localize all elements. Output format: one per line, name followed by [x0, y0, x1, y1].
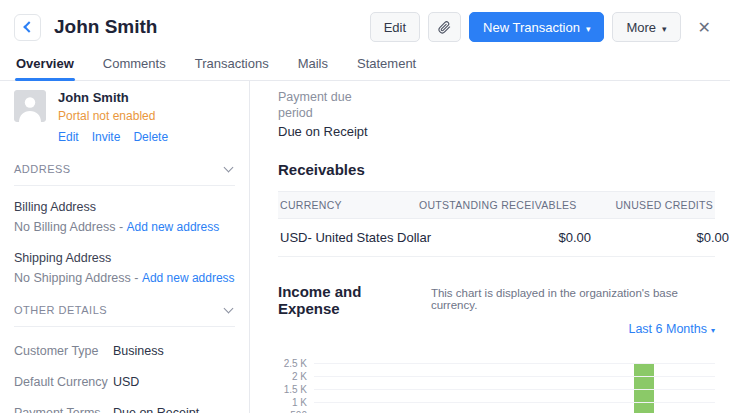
income-expense-title: Income and Expense — [278, 283, 421, 317]
currency-cell: USD- United States Dollar — [278, 219, 433, 256]
gridline — [314, 376, 715, 377]
period-selector[interactable]: Last 6 Months — [628, 322, 715, 336]
customer-sidebar: John Smith Portal not enabled Edit Invit… — [0, 81, 250, 413]
shipping-empty-text: No Shipping Address - — [14, 271, 138, 285]
table-row: USD- United States Dollar $0.00 $0.00 — [278, 219, 715, 257]
chart-y-axis: 05001 K1.5 K2 K2.5 K — [278, 345, 314, 413]
y-tick-label: 2 K — [292, 371, 307, 382]
payment-terms-row: Payment Terms Due on Receipt — [14, 406, 235, 413]
tab-statement[interactable]: Statement — [356, 51, 417, 80]
delete-link[interactable]: Delete — [133, 130, 168, 144]
more-label: More — [626, 20, 656, 35]
payment-due-period-value: Due on Receipt — [278, 124, 715, 139]
back-button[interactable] — [14, 14, 41, 41]
gridline — [314, 389, 715, 390]
new-transaction-button[interactable]: New Transaction — [469, 12, 604, 42]
column-header-outstanding: OUTSTANDING RECEIVABLES — [417, 192, 577, 218]
close-button[interactable] — [693, 16, 716, 39]
other-details-section-title: OTHER DETAILS — [14, 304, 107, 316]
address-section-title: ADDRESS — [14, 163, 71, 175]
more-button[interactable]: More — [612, 12, 680, 42]
detail-value: USD — [113, 375, 139, 389]
page-header: John Smith Edit New Transaction More — [0, 0, 730, 51]
tab-overview[interactable]: Overview — [15, 51, 75, 80]
tab-transactions[interactable]: Transactions — [194, 51, 270, 80]
period-label: Last 6 Months — [628, 322, 707, 336]
receivables-title: Receivables — [278, 161, 715, 178]
detail-label: Payment Terms — [14, 406, 113, 413]
tab-bar: Overview Comments Transactions Mails Sta… — [0, 51, 730, 81]
profile-block: John Smith Portal not enabled Edit Invit… — [14, 90, 235, 144]
billing-empty-text: No Billing Address - — [14, 220, 123, 234]
income-expense-subtitle: This chart is displayed in the organizat… — [431, 287, 715, 311]
chart-grid — [314, 345, 715, 413]
y-tick-label: 500 — [290, 410, 307, 413]
new-transaction-label: New Transaction — [483, 20, 580, 35]
person-icon — [14, 90, 46, 122]
page-title: John Smith — [54, 16, 157, 38]
other-details-section-header[interactable]: OTHER DETAILS — [14, 304, 235, 327]
address-section-header[interactable]: ADDRESS — [14, 163, 235, 186]
detail-value: Due on Receipt — [113, 406, 199, 413]
avatar — [14, 90, 46, 122]
chevron-down-icon — [224, 303, 234, 313]
income-expense-chart: 05001 K1.5 K2 K2.5 K — [278, 345, 715, 413]
tab-comments[interactable]: Comments — [102, 51, 167, 80]
portal-status: Portal not enabled — [58, 109, 168, 123]
billing-address-label: Billing Address — [14, 200, 235, 214]
column-header-currency: CURRENCY — [278, 192, 417, 218]
caret-down-icon — [711, 322, 715, 336]
chevron-down-icon — [224, 162, 234, 172]
caret-down-icon — [662, 20, 667, 35]
attachment-button[interactable] — [428, 12, 461, 42]
tab-mails[interactable]: Mails — [297, 51, 329, 80]
overview-panel: Payment due period Due on Receipt Receiv… — [250, 81, 730, 413]
payment-due-period-label: Payment due period — [278, 89, 373, 121]
add-billing-address-link[interactable]: Add new address — [127, 220, 220, 234]
invite-link[interactable]: Invite — [92, 130, 121, 144]
detail-label: Default Currency — [14, 375, 113, 389]
table-header-row: CURRENCY OUTSTANDING RECEIVABLES UNUSED … — [278, 191, 715, 219]
chevron-left-icon — [23, 21, 34, 32]
detail-label: Customer Type — [14, 344, 113, 358]
receivables-table: CURRENCY OUTSTANDING RECEIVABLES UNUSED … — [278, 191, 715, 257]
close-icon — [698, 21, 711, 36]
outstanding-cell: $0.00 — [433, 219, 593, 256]
unused-credits-cell: $0.00 — [593, 219, 730, 256]
customer-detail-page: John Smith Edit New Transaction More — [0, 0, 730, 413]
gridline — [314, 402, 715, 403]
default-currency-row: Default Currency USD — [14, 375, 235, 389]
y-tick-label: 2.5 K — [284, 358, 307, 369]
income-expense-header: Income and Expense This chart is display… — [278, 283, 715, 317]
y-tick-label: 1 K — [292, 397, 307, 408]
column-header-unused-credits: UNUSED CREDITS — [577, 192, 715, 218]
customer-type-row: Customer Type Business — [14, 344, 235, 358]
y-tick-label: 1.5 K — [284, 384, 307, 395]
gridline — [314, 363, 715, 364]
shipping-address-label: Shipping Address — [14, 251, 235, 265]
detail-value: Business — [113, 344, 164, 358]
edit-link[interactable]: Edit — [58, 130, 79, 144]
caret-down-icon — [586, 20, 591, 35]
add-shipping-address-link[interactable]: Add new address — [142, 271, 235, 285]
billing-address-value: No Billing Address - Add new address — [14, 220, 235, 234]
shipping-address-value: No Shipping Address - Add new address — [14, 271, 235, 285]
customer-name: John Smith — [58, 90, 168, 105]
edit-button[interactable]: Edit — [370, 12, 420, 42]
paperclip-icon — [438, 20, 451, 35]
